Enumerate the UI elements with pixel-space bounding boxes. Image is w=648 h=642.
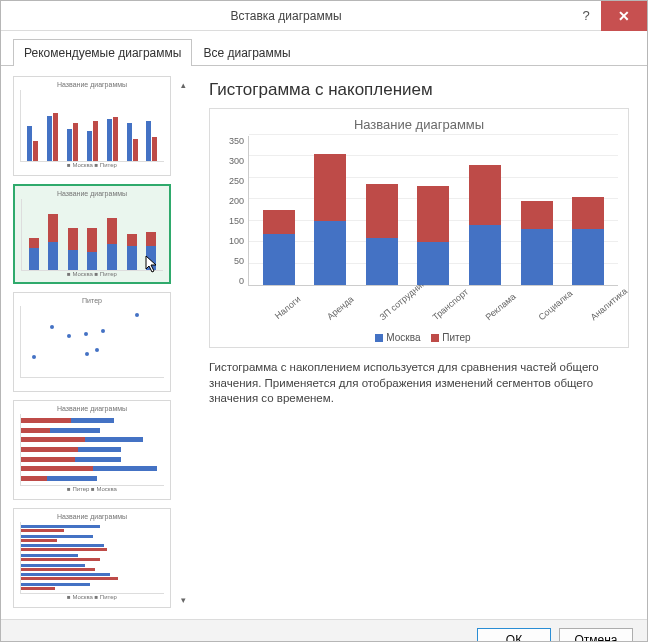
tab-bar: Рекомендуемые диаграммы Все диаграммы — [1, 31, 647, 66]
chart-bar-segment — [263, 210, 295, 234]
chart-title: Название диаграммы — [220, 117, 618, 132]
cancel-button[interactable]: Отмена — [559, 628, 633, 642]
chart-thumbnail-clustered-column[interactable]: Название диаграммы ■ Москва ■ Питер — [13, 76, 171, 176]
preview-heading: Гистограмма с накоплением — [209, 80, 629, 100]
y-tick-label: 150 — [220, 216, 244, 226]
window-title: Вставка диаграммы — [1, 9, 571, 23]
thumbnail-title: Питер — [20, 297, 164, 304]
y-tick-label: 100 — [220, 236, 244, 246]
x-axis-labels: НалогиАрендаЗП сотрудниковТранспортРекла… — [248, 286, 618, 328]
ok-button[interactable]: ОК — [477, 628, 551, 642]
legend-swatch-b — [431, 334, 439, 342]
thumbnail-title: Название диаграммы — [20, 513, 164, 520]
chart-bar-segment — [417, 186, 449, 242]
chart-bar — [263, 210, 295, 285]
chart-bar-segment — [521, 201, 553, 229]
chart-bar-segment — [366, 184, 398, 238]
chart-bar — [521, 201, 553, 285]
y-tick-label: 300 — [220, 156, 244, 166]
chart-bar — [469, 165, 501, 285]
grid-line — [249, 177, 618, 178]
help-button[interactable]: ? — [571, 8, 601, 23]
chart-bar-segment — [417, 242, 449, 285]
thumbnail-legend: ■ Москва ■ Питер — [21, 271, 163, 277]
y-tick-label: 250 — [220, 176, 244, 186]
y-tick-label: 50 — [220, 256, 244, 266]
thumbnail-legend: ■ Питер ■ Москва — [20, 486, 164, 492]
chart-thumbnail-stacked-bar[interactable]: Название диаграммы ■ Питер ■ Москва — [13, 400, 171, 500]
chart-bar — [366, 184, 398, 285]
grid-line — [249, 155, 618, 156]
chart-description: Гистограмма с накоплением используется д… — [209, 360, 629, 407]
chart-bar-segment — [366, 238, 398, 285]
y-axis: 050100150200250300350 — [220, 136, 248, 286]
main-area: Название диаграммы ■ Москва ■ Питер — [1, 66, 647, 619]
chart-bar-segment — [572, 197, 604, 229]
chart-preview: Название диаграммы 050100150200250300350… — [209, 108, 629, 348]
thumbnail-title: Название диаграммы — [20, 405, 164, 412]
thumbnail-legend: ■ Москва ■ Питер — [20, 162, 164, 168]
chart-bar-segment — [314, 154, 346, 220]
y-tick-label: 350 — [220, 136, 244, 146]
dialog-footer: ОК Отмена — [1, 619, 647, 642]
thumbnail-title: Название диаграммы — [20, 81, 164, 88]
tab-recommended[interactable]: Рекомендуемые диаграммы — [13, 39, 192, 66]
scroll-down-icon[interactable]: ▾ — [176, 593, 190, 607]
chart-bar-segment — [572, 229, 604, 285]
chart-bar-segment — [314, 221, 346, 285]
y-tick-label: 0 — [220, 276, 244, 286]
chart-thumbnail-stacked-column[interactable]: Название диаграммы ■ Москва ■ Питер — [13, 184, 171, 284]
y-tick-label: 200 — [220, 196, 244, 206]
grid-line — [249, 134, 618, 135]
scroll-up-icon[interactable]: ▴ — [176, 78, 190, 92]
chart-plot: 050100150200250300350 — [220, 136, 618, 286]
chart-bar-segment — [469, 165, 501, 225]
close-button[interactable]: ✕ — [601, 1, 647, 31]
thumbnail-legend: ■ Москва ■ Питер — [20, 594, 164, 600]
chart-bar — [314, 154, 346, 285]
chart-bars-area — [248, 136, 618, 286]
chart-bar — [417, 186, 449, 285]
preview-panel: Гистограмма с накоплением Название диагр… — [193, 66, 647, 619]
sidebar-scrollbar[interactable]: ▴ ▾ — [175, 76, 191, 609]
thumbnail-list: Название диаграммы ■ Москва ■ Питер — [13, 76, 171, 609]
chart-thumbnail-clustered-bar[interactable]: Название диаграммы ■ Москва ■ Питер — [13, 508, 171, 608]
chart-bar-segment — [263, 234, 295, 285]
thumbnail-sidebar: Название диаграммы ■ Москва ■ Питер — [1, 66, 193, 619]
chart-thumbnail-scatter[interactable]: Питер — [13, 292, 171, 392]
titlebar: Вставка диаграммы ? ✕ — [1, 1, 647, 31]
thumbnail-title: Название диаграммы — [21, 190, 163, 197]
legend-swatch-a — [375, 334, 383, 342]
chart-bar-segment — [521, 229, 553, 285]
tab-all-charts[interactable]: Все диаграммы — [192, 39, 301, 65]
chart-bar — [572, 197, 604, 285]
chart-bar-segment — [469, 225, 501, 285]
